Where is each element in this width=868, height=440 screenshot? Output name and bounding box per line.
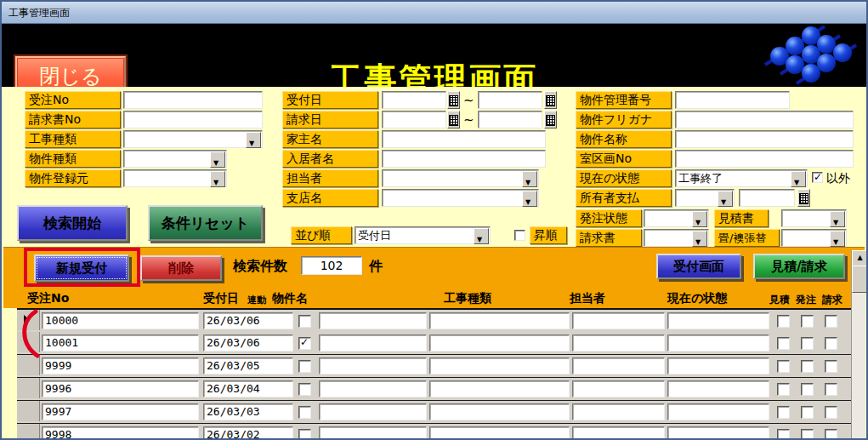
cell-status[interactable] bbox=[667, 312, 769, 329]
estimate-checkbox[interactable] bbox=[777, 337, 790, 350]
linked-checkbox[interactable] bbox=[298, 383, 311, 396]
cell-status[interactable] bbox=[667, 403, 769, 420]
order-checkbox[interactable] bbox=[801, 337, 814, 350]
order-no-input[interactable] bbox=[123, 91, 263, 109]
record-selector[interactable] bbox=[17, 401, 40, 421]
cell-date[interactable]: 26/03/03 bbox=[203, 403, 293, 420]
table-row[interactable]: 9998 26/03/02 bbox=[17, 424, 851, 440]
estimate-checkbox[interactable] bbox=[777, 406, 790, 419]
estimate-checkbox[interactable] bbox=[777, 360, 790, 373]
cell-order-no[interactable]: 9999 bbox=[42, 357, 199, 374]
cell-staff[interactable] bbox=[572, 312, 665, 329]
estimate-invoice-button[interactable]: 見積/請求 bbox=[753, 254, 845, 279]
dropdown-arrow-icon[interactable] bbox=[246, 132, 261, 148]
cell-status[interactable] bbox=[667, 426, 769, 440]
invoice-no-input[interactable] bbox=[123, 111, 263, 129]
cell-type[interactable] bbox=[429, 426, 570, 440]
reception-date-from-input[interactable] bbox=[382, 91, 446, 109]
dropdown-arrow-icon[interactable] bbox=[522, 171, 537, 187]
calendar-button[interactable] bbox=[447, 111, 460, 129]
dropdown-arrow-icon[interactable] bbox=[474, 228, 489, 244]
tenant-input[interactable] bbox=[382, 150, 546, 168]
landlord-input[interactable] bbox=[382, 130, 546, 148]
table-row[interactable]: 9999 26/03/05 bbox=[17, 355, 851, 379]
cell-order-no[interactable]: 9996 bbox=[42, 380, 199, 397]
record-selector[interactable] bbox=[17, 310, 40, 330]
linked-checkbox[interactable] bbox=[298, 360, 311, 373]
igai-checkbox[interactable] bbox=[812, 172, 823, 183]
search-start-button[interactable]: 検索開始 bbox=[17, 205, 128, 241]
new-reception-button[interactable]: 新規受付 bbox=[34, 254, 129, 282]
invoice-checkbox[interactable] bbox=[825, 315, 837, 328]
dropdown-arrow-icon[interactable] bbox=[791, 171, 806, 187]
cell-staff[interactable] bbox=[572, 357, 665, 374]
invoice-checkbox[interactable] bbox=[825, 429, 837, 440]
cell-staff[interactable] bbox=[572, 426, 665, 440]
linked-checkbox[interactable] bbox=[298, 406, 311, 419]
cell-order-no[interactable]: 9997 bbox=[42, 403, 199, 420]
estimate-checkbox[interactable] bbox=[777, 315, 790, 328]
order-status-select[interactable] bbox=[644, 209, 709, 227]
dropdown-arrow-icon[interactable] bbox=[830, 231, 845, 247]
room-no-input[interactable] bbox=[675, 150, 854, 168]
reception-screen-button[interactable]: 受付画面 bbox=[656, 254, 741, 279]
cell-date[interactable]: 26/03/04 bbox=[203, 380, 293, 397]
property-type-select[interactable] bbox=[123, 150, 227, 168]
record-selector[interactable] bbox=[17, 332, 40, 352]
ascending-checkbox[interactable] bbox=[514, 230, 525, 241]
cell-property[interactable] bbox=[319, 380, 427, 397]
invoice-checkbox[interactable] bbox=[825, 360, 837, 373]
cell-order-no[interactable]: 10000 bbox=[42, 312, 199, 329]
dropdown-arrow-icon[interactable] bbox=[522, 191, 537, 207]
cell-staff[interactable] bbox=[572, 403, 665, 420]
cell-date[interactable]: 26/03/06 bbox=[203, 334, 293, 351]
cell-staff[interactable] bbox=[572, 380, 665, 397]
estimate-doc-select[interactable] bbox=[781, 209, 847, 227]
cell-property[interactable] bbox=[319, 334, 427, 351]
cell-order-no[interactable]: 9998 bbox=[42, 426, 199, 440]
cell-status[interactable] bbox=[667, 380, 769, 397]
cell-date[interactable]: 26/03/05 bbox=[203, 357, 293, 374]
cell-type[interactable] bbox=[429, 380, 570, 397]
linked-checkbox[interactable] bbox=[298, 315, 311, 328]
owner-payment-date-input[interactable] bbox=[739, 189, 795, 207]
order-checkbox[interactable] bbox=[801, 315, 814, 328]
cell-property[interactable] bbox=[319, 426, 427, 440]
invoice-checkbox[interactable] bbox=[825, 337, 837, 350]
scrollbar-thumb[interactable] bbox=[852, 266, 868, 293]
condition-reset-button[interactable]: 条件リセット bbox=[148, 205, 263, 241]
dropdown-arrow-icon[interactable] bbox=[718, 191, 733, 207]
sort-order-select[interactable]: 受付日 bbox=[355, 226, 491, 244]
cell-order-no[interactable]: 10001 bbox=[42, 334, 199, 351]
invoice-date-to-input[interactable] bbox=[478, 111, 542, 129]
calendar-button[interactable] bbox=[797, 189, 810, 207]
invoice-doc-select[interactable] bbox=[644, 229, 709, 247]
order-checkbox[interactable] bbox=[801, 383, 814, 396]
order-checkbox[interactable] bbox=[801, 429, 814, 440]
vertical-scrollbar[interactable]: ▲ bbox=[851, 250, 865, 440]
table-row[interactable]: 10001 26/03/06 bbox=[17, 332, 851, 356]
table-row[interactable]: 9997 26/03/03 bbox=[17, 401, 851, 425]
construction-type-select[interactable] bbox=[123, 130, 263, 148]
dropdown-arrow-icon[interactable] bbox=[210, 171, 225, 187]
cell-status[interactable] bbox=[667, 357, 769, 374]
cell-type[interactable] bbox=[429, 334, 570, 351]
record-selector[interactable] bbox=[17, 378, 40, 398]
cell-property[interactable] bbox=[319, 357, 427, 374]
invoice-checkbox[interactable] bbox=[825, 383, 837, 396]
reception-date-to-input[interactable] bbox=[478, 91, 542, 109]
dropdown-arrow-icon[interactable] bbox=[692, 231, 707, 247]
calendar-button[interactable] bbox=[544, 91, 557, 109]
property-kana-input[interactable] bbox=[675, 111, 854, 129]
cell-date[interactable]: 26/03/06 bbox=[203, 312, 293, 329]
dropdown-arrow-icon[interactable] bbox=[830, 211, 845, 227]
dropdown-arrow-icon[interactable] bbox=[692, 211, 707, 227]
cell-type[interactable] bbox=[429, 312, 570, 329]
table-row[interactable]: 10000 26/03/06 bbox=[17, 310, 851, 334]
invoice-date-from-input[interactable] bbox=[382, 111, 446, 129]
property-reg-source-select[interactable] bbox=[123, 169, 227, 187]
table-row[interactable]: 9996 26/03/04 bbox=[17, 378, 851, 402]
estimate-checkbox[interactable] bbox=[777, 383, 790, 396]
order-checkbox[interactable] bbox=[801, 406, 814, 419]
delete-button[interactable]: 削除 bbox=[140, 255, 222, 281]
